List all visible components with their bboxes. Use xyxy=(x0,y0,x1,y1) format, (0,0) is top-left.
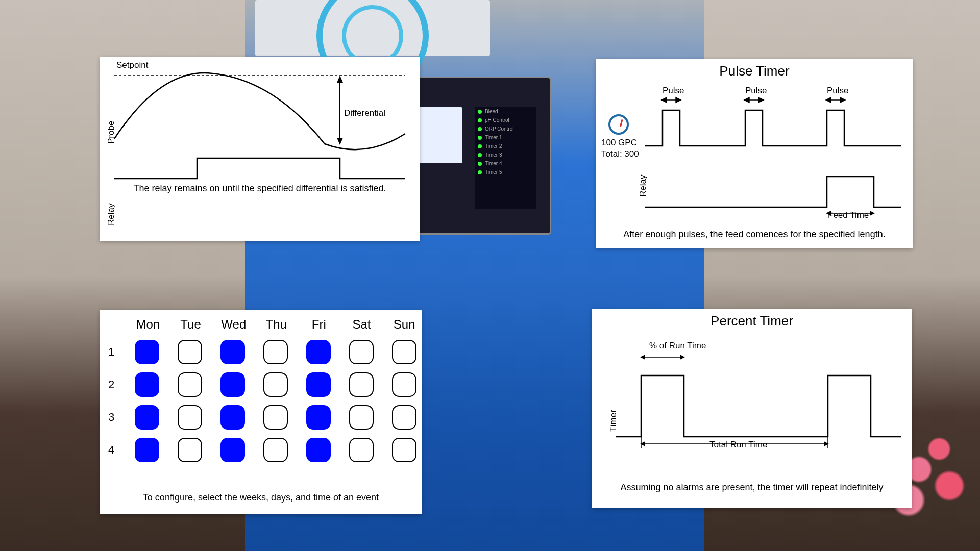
led-label: Timer 1 xyxy=(485,135,502,140)
schedule-cell[interactable] xyxy=(135,340,159,364)
led-dot-icon xyxy=(478,127,482,131)
led-label: pH Control xyxy=(485,117,509,123)
led-row: ORP Control xyxy=(475,124,536,133)
svg-marker-3 xyxy=(337,138,343,145)
day-label: Wed xyxy=(221,317,246,332)
schedule-caption: To configure, select the weeks, days, an… xyxy=(100,489,422,506)
pulse-chart xyxy=(596,80,913,243)
schedule-cell[interactable] xyxy=(392,405,416,430)
schedule-cell[interactable] xyxy=(220,405,245,430)
schedule-week-row: 2 xyxy=(108,372,416,397)
day-label: Fri xyxy=(307,317,331,332)
schedule-cell[interactable] xyxy=(263,340,288,364)
led-row: Timer 1 xyxy=(475,133,536,142)
schedule-cell[interactable] xyxy=(392,340,416,364)
led-dot-icon xyxy=(478,118,482,122)
setpoint-chart xyxy=(100,57,420,185)
schedule-cell[interactable] xyxy=(263,438,288,462)
setpoint-caption: The relay remains on until the specified… xyxy=(100,180,420,197)
week-label: 3 xyxy=(108,411,116,424)
percent-title: Percent Timer xyxy=(592,309,912,329)
led-dot-icon xyxy=(478,170,482,174)
percent-timer-card: Percent Timer Timer % of Run Time Total … xyxy=(592,309,912,508)
pulse-timer-card: Pulse Timer Pulse Pulse Pulse 100 GPC To… xyxy=(596,59,913,248)
schedule-cell[interactable] xyxy=(135,372,159,397)
schedule-cell[interactable] xyxy=(306,438,331,462)
led-row: Bleed xyxy=(475,107,536,116)
led-row: Timer 3 xyxy=(475,151,536,159)
schedule-cell[interactable] xyxy=(135,405,159,430)
svg-marker-2 xyxy=(337,76,343,83)
led-row: pH Control xyxy=(475,116,536,124)
schedule-cell[interactable] xyxy=(306,340,331,364)
schedule-week-row: 3 xyxy=(108,405,416,430)
led-dot-icon xyxy=(478,153,482,157)
svg-marker-18 xyxy=(680,355,685,360)
schedule-cell[interactable] xyxy=(306,405,331,430)
day-label: Sat xyxy=(350,317,374,332)
schedule-cell[interactable] xyxy=(263,372,288,397)
led-dot-icon xyxy=(478,110,482,114)
week-label: 2 xyxy=(108,378,116,391)
relay-axis-label: Relay xyxy=(106,204,116,226)
schedule-cell[interactable] xyxy=(349,340,374,364)
led-row: Timer 2 xyxy=(475,142,536,151)
day-label: Tue xyxy=(179,317,203,332)
schedule-cell[interactable] xyxy=(392,372,416,397)
schedule-cell[interactable] xyxy=(349,405,374,430)
week-label: 4 xyxy=(108,443,116,457)
day-label: Sun xyxy=(392,317,416,332)
schedule-cell[interactable] xyxy=(178,405,202,430)
pulse-caption: After enough pulses, the feed comences f… xyxy=(596,226,913,243)
schedule-card: Mon Tue Wed Thu Fri Sat Sun 1234 To conf… xyxy=(100,310,422,514)
svg-marker-5 xyxy=(662,97,667,103)
schedule-cell[interactable] xyxy=(135,438,159,462)
led-dot-icon xyxy=(478,136,482,140)
schedule-cell[interactable] xyxy=(178,438,202,462)
week-label: 1 xyxy=(108,345,116,359)
schedule-cell[interactable] xyxy=(263,405,288,430)
led-label: Timer 2 xyxy=(485,143,502,149)
schedule-week-row: 1 xyxy=(108,340,416,364)
svg-marker-6 xyxy=(676,97,681,103)
led-label: Timer 5 xyxy=(485,169,502,175)
setpoint-diagram-card: Probe Relay Setpoint Differential The re… xyxy=(100,57,420,241)
led-label: ORP Control xyxy=(485,126,514,132)
led-dot-icon xyxy=(478,144,482,148)
svg-marker-9 xyxy=(758,97,764,103)
svg-marker-15 xyxy=(870,211,875,216)
schedule-cell[interactable] xyxy=(178,340,202,364)
schedule-cell[interactable] xyxy=(392,438,416,462)
schedule-cell[interactable] xyxy=(349,372,374,397)
schedule-cell[interactable] xyxy=(178,372,202,397)
day-label: Mon xyxy=(136,317,160,332)
percent-chart xyxy=(592,335,912,483)
led-label: Bleed xyxy=(485,109,498,114)
svg-marker-17 xyxy=(640,355,645,360)
led-label: Timer 4 xyxy=(485,161,502,166)
svg-marker-14 xyxy=(826,211,831,216)
controller-led-strip: Bleed pH Control ORP Control Timer 1 Tim… xyxy=(475,107,536,209)
led-row: Timer 4 xyxy=(475,159,536,168)
svg-marker-12 xyxy=(840,97,845,103)
schedule-cell[interactable] xyxy=(349,438,374,462)
pulse-title: Pulse Timer xyxy=(596,59,913,79)
svg-marker-8 xyxy=(744,97,749,103)
schedule-day-header: Mon Tue Wed Thu Fri Sat Sun xyxy=(136,317,416,332)
svg-marker-11 xyxy=(826,97,831,103)
day-label: Thu xyxy=(264,317,288,332)
led-row: Timer 5 xyxy=(475,168,536,177)
controller-screen xyxy=(416,107,462,163)
schedule-week-row: 4 xyxy=(108,438,416,462)
schedule-cell[interactable] xyxy=(220,340,245,364)
schedule-cell[interactable] xyxy=(306,372,331,397)
schedule-cell[interactable] xyxy=(220,372,245,397)
percent-caption: Assuming no alarms are present, the time… xyxy=(592,479,912,496)
led-dot-icon xyxy=(478,162,482,166)
schedule-cell[interactable] xyxy=(220,438,245,462)
led-label: Timer 3 xyxy=(485,152,502,158)
